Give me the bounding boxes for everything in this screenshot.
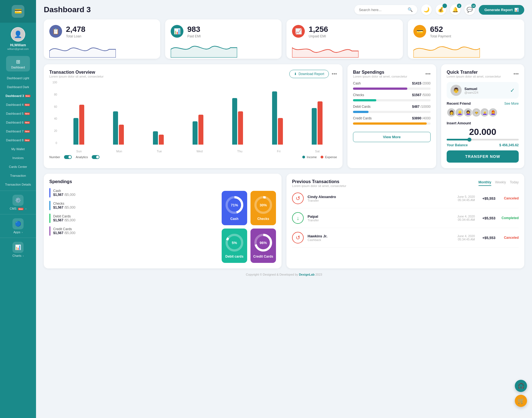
sidebar-item-label: Cards Center [9, 165, 27, 168]
content-area: 📋 2,478 Total Loan 📊 983 Paid EMI [36, 19, 532, 418]
sidebar-item-cards-center[interactable]: Cards Center [0, 162, 36, 171]
quick-transfer-more-button[interactable]: ••• [513, 71, 519, 77]
spending-row-cash: Cash $1415 /2000 [353, 81, 431, 90]
sidebar-item-label: Dashboard 5 [6, 112, 24, 115]
sidebar-item-dashboard-8[interactable]: Dashboard 8 New [0, 136, 36, 145]
see-more-link[interactable]: See More [504, 102, 519, 106]
sidebar-item-my-wallet[interactable]: My Wallet [0, 145, 36, 153]
quick-transfer-card: Quick Transfer Lorem ipsum dolor sit ame… [441, 64, 524, 168]
gear-icon[interactable]: ⚙️ [12, 195, 24, 206]
transaction-row: ↺ Hawkins Jr. Cashback June 4, 2020 05:3… [292, 228, 519, 248]
transaction-row: ↺ Cindy Alexandro Transfer June 5, 2020 … [292, 189, 519, 208]
donut-debit: 5% Debit cards [222, 229, 247, 263]
trans-avatar-cindy: ↺ [292, 193, 304, 204]
item-checks-label: Checks [53, 202, 216, 206]
footer-brand-link[interactable]: DexignLab [299, 273, 314, 276]
cart-fab[interactable]: 🛒 [515, 395, 527, 407]
quick-transfer-title: Quick Transfer [447, 70, 501, 75]
wallet-badge [443, 4, 447, 8]
transaction-overview-card: Transaction Overview Lorem ipsum dolor s… [44, 64, 342, 168]
sidebar-item-dashboard-7[interactable]: Dashboard 7 New [0, 127, 36, 136]
tab-today[interactable]: Today [510, 179, 519, 186]
sidebar: 💳 👤 Hi,William william@gmail.com ⊞ Dashb… [0, 0, 36, 418]
friend-avatar-4[interactable]: 👳‍♀️ [472, 108, 481, 117]
download-report-button[interactable]: ⬇ Download Report [289, 70, 329, 78]
chart-icon[interactable]: 📊 [12, 242, 24, 253]
bar-group-sat [312, 101, 323, 145]
charts-label[interactable]: Charts › [12, 254, 24, 257]
moon-button[interactable]: 🌙 [421, 4, 432, 15]
search-input[interactable] [359, 8, 405, 12]
chat-button[interactable]: 💬 12 [464, 4, 475, 15]
support-fab[interactable]: 🎧 [515, 380, 527, 392]
bottom-row: Spendings Cash $1,567 /$5,000 [44, 174, 524, 268]
sidebar-item-dashboard-3[interactable]: Dashboard 3 New [0, 91, 36, 100]
balance-value: $ 456,345.62 [499, 143, 519, 147]
apps-icon[interactable]: 🔵 [12, 218, 24, 229]
apps-label[interactable]: Apps › [13, 230, 22, 234]
stat-card-total-loan: 📋 2,478 Total Loan [44, 19, 160, 59]
debit-cards-label: Debit Cards [353, 105, 370, 109]
spending-item-cash: Cash $1,567 /$5,000 [49, 188, 216, 198]
cash-label: Cash [353, 81, 361, 85]
sidebar-item-dashboard-5[interactable]: Dashboard 5 New [0, 109, 36, 118]
download-report-label: Download Report [298, 72, 324, 76]
sidebar-section-charts: 📊 Charts › [0, 238, 36, 260]
friend-avatar-5[interactable]: 👩‍🦳 [480, 108, 489, 117]
total-loan-label: Total Loan [66, 34, 85, 38]
view-more-button[interactable]: View More [353, 132, 431, 142]
tab-monthly[interactable]: Monthly [479, 179, 491, 186]
sidebar-item-transaction[interactable]: Transaction [0, 171, 36, 180]
number-legend-label: Number [49, 155, 60, 159]
item-debit-amount: $1,567 /$5,000 [53, 218, 216, 222]
moon-icon: 🌙 [423, 7, 429, 13]
svg-text:71%: 71% [231, 203, 238, 207]
sidebar-section-cms: ⚙️ CMS New › [0, 191, 36, 212]
expense-legend-label: Expense [325, 155, 337, 159]
donut-grid: 71% Cash 30% Checks [222, 191, 276, 263]
page-title: Dashboard 3 [44, 5, 91, 14]
sidebar-item-dashboard-dark[interactable]: Dashboard Dark [0, 83, 36, 91]
sidebar-item-label: Transaction Details [5, 183, 31, 186]
bell-button[interactable]: 🔔 2 [450, 4, 461, 15]
bar-spendings-card: Bar Spendings Lorem ipsum dolor sit amet… [347, 64, 436, 168]
cms-label[interactable]: CMS New › [10, 207, 26, 210]
spendings-title: Spendings [49, 179, 276, 184]
analytics-toggle[interactable] [92, 155, 99, 159]
search-icon: 🔍 [408, 7, 413, 12]
tab-weekly[interactable]: Weekly [495, 179, 506, 186]
trans-type-cindy: Transfer [308, 199, 453, 202]
sidebar-item-dashboard-4[interactable]: Dashboard 4 New [0, 100, 36, 109]
generate-report-button[interactable]: Generate Report 📊 [479, 5, 524, 15]
friend-avatar-3[interactable]: 👩‍🦱 [463, 108, 473, 117]
total-payment-wave [413, 41, 480, 58]
donut-cash-label: Cash [230, 217, 238, 221]
sidebar-item-label: Invoices [12, 156, 24, 160]
sidebar-item-dashboard-light[interactable]: Dashboard Light [0, 74, 36, 83]
bell-icon: 🔔 [452, 7, 458, 13]
friend-avatar-1[interactable]: 👩 [447, 108, 456, 117]
bar-spendings-more-button[interactable]: ••• [425, 71, 431, 77]
dashboard-button[interactable]: ⊞ Dashboard [6, 56, 30, 71]
generate-report-label: Generate Report [484, 8, 513, 12]
recent-friend-label: Recent Friend [447, 101, 471, 106]
prev-trans-subtitle: Lorem ipsum dolor sit amet, consectetur [292, 184, 346, 188]
number-toggle[interactable] [64, 155, 72, 159]
transfer-now-button[interactable]: TRANSFER NOW [447, 150, 519, 163]
spending-item-checks: Checks $1,567 /$5,000 [49, 201, 216, 210]
unpaid-emi-wave [292, 41, 359, 58]
trans-status-cindy: Canceled [499, 196, 519, 200]
friend-avatar-6[interactable]: 👩‍🦰 [488, 108, 498, 117]
sidebar-item-invoices[interactable]: Invoices [0, 153, 36, 162]
debit-cards-amount: $487 /10000 [412, 105, 431, 110]
friend-avatar-2[interactable]: 👱‍♀️ [455, 108, 464, 117]
sidebar-item-dashboard-6[interactable]: Dashboard 6 New [0, 118, 36, 127]
sidebar-item-transaction-details[interactable]: Transaction Details [0, 180, 36, 189]
amount-slider[interactable] [447, 139, 519, 140]
stat-card-paid-emi: 📊 983 Paid EMI [165, 19, 282, 59]
more-options-button[interactable]: ••• [332, 71, 337, 77]
wallet-button[interactable]: 💰 [436, 4, 446, 15]
bar-teal [113, 111, 118, 145]
bar-teal [232, 98, 237, 145]
sidebar-section-apps: 🔵 Apps › [0, 214, 36, 236]
